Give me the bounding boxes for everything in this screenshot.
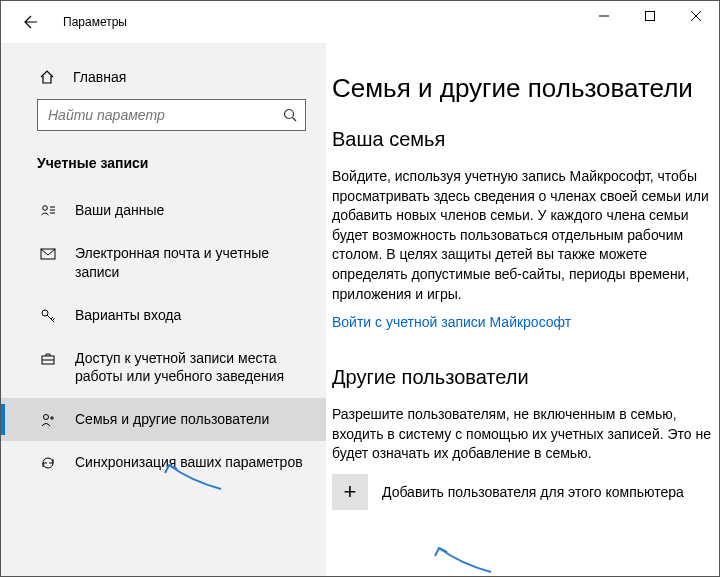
- window-controls: [581, 1, 719, 31]
- sidebar-item-label: Электронная почта и учетные записи: [75, 244, 306, 282]
- svg-rect-0: [646, 12, 655, 21]
- sidebar-item-your-info[interactable]: Ваши данные: [1, 189, 326, 232]
- family-section-heading: Ваша семья: [332, 128, 713, 151]
- sidebar-item-family-users[interactable]: Семья и другие пользователи: [1, 398, 326, 441]
- key-icon: [39, 306, 57, 324]
- add-user-label: Добавить пользователя для этого компьюте…: [382, 484, 684, 500]
- minimize-button[interactable]: [581, 1, 627, 31]
- window-title: Параметры: [63, 15, 127, 29]
- search-icon: [283, 108, 297, 122]
- svg-point-6: [44, 415, 49, 420]
- sync-icon: [39, 453, 57, 471]
- sidebar-item-label: Синхронизация ваших параметров: [75, 453, 303, 472]
- others-section-heading: Другие пользователи: [332, 366, 713, 389]
- briefcase-icon: [39, 349, 57, 367]
- person-plus-icon: [39, 410, 57, 428]
- titlebar: Параметры: [1, 1, 719, 43]
- page-title: Семья и другие пользователи: [332, 73, 713, 104]
- close-icon: [691, 11, 701, 21]
- plus-icon: +: [332, 474, 368, 510]
- svg-point-1: [285, 110, 294, 119]
- maximize-icon: [645, 11, 655, 21]
- svg-point-2: [43, 206, 48, 211]
- back-button[interactable]: [19, 10, 43, 34]
- sidebar-item-email-accounts[interactable]: Электронная почта и учетные записи: [1, 232, 326, 294]
- sidebar-item-label: Ваши данные: [75, 201, 164, 220]
- person-card-icon: [39, 201, 57, 219]
- family-section-text: Войдите, используя учетную запись Майкро…: [332, 167, 713, 304]
- close-button[interactable]: [673, 1, 719, 31]
- sidebar-item-label: Семья и другие пользователи: [75, 410, 269, 429]
- arrow-left-icon: [23, 14, 39, 30]
- sidebar-home-label: Главная: [73, 69, 126, 85]
- signin-link[interactable]: Войти с учетной записи Майкрософт: [332, 314, 571, 330]
- others-section-text: Разрешите пользователям, не включенным в…: [332, 405, 713, 464]
- sidebar-item-work-school[interactable]: Доступ к учетной записи места работы или…: [1, 337, 326, 399]
- search-input[interactable]: [46, 106, 283, 124]
- sidebar-item-sync[interactable]: Синхронизация ваших параметров: [1, 441, 326, 484]
- search-box[interactable]: [37, 99, 306, 131]
- sidebar-section-header: Учетные записи: [1, 151, 326, 189]
- sidebar-item-label: Доступ к учетной записи места работы или…: [75, 349, 306, 387]
- sidebar-home[interactable]: Главная: [1, 63, 326, 99]
- home-icon: [39, 69, 55, 85]
- sidebar-item-label: Варианты входа: [75, 306, 181, 325]
- mail-icon: [39, 244, 57, 262]
- minimize-icon: [599, 11, 609, 21]
- maximize-button[interactable]: [627, 1, 673, 31]
- sidebar: Главная Учетные записи Ваши данные Элект…: [1, 43, 326, 576]
- main-panel: Семья и другие пользователи Ваша семья В…: [326, 43, 719, 576]
- sidebar-item-signin-options[interactable]: Варианты входа: [1, 294, 326, 337]
- add-user-row[interactable]: + Добавить пользователя для этого компью…: [332, 474, 713, 510]
